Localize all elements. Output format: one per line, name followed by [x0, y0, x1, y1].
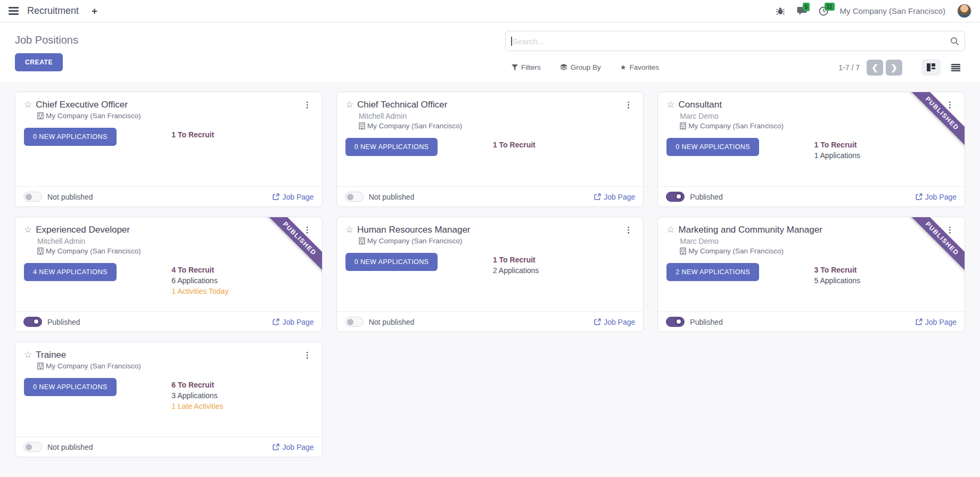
publish-toggle[interactable]	[23, 317, 42, 327]
company-switcher[interactable]: My Company (San Francisco)	[840, 6, 945, 15]
kebab-menu-icon[interactable]: ⋮	[301, 100, 314, 110]
building-icon	[37, 363, 44, 369]
recruiter-name: Marc Demo	[680, 112, 956, 120]
job-title[interactable]: Experienced Developer	[36, 225, 130, 235]
pager-previous-button[interactable]: ❮	[867, 60, 883, 76]
job-position-card[interactable]: ☆ Chief Technical Officer ⋮ Mitchell Adm…	[336, 92, 644, 207]
publish-status-label: Published	[47, 318, 80, 326]
new-applications-button[interactable]: 0 NEW APPLICATIONS	[345, 253, 438, 271]
text-caret	[511, 37, 512, 46]
top-navbar: Recruitment + 5 11	[0, 0, 980, 22]
publish-toggle[interactable]	[23, 192, 42, 202]
kanban-view-button[interactable]	[921, 59, 941, 76]
create-button[interactable]: CREATE	[15, 53, 63, 71]
publish-status-label: Not published	[369, 318, 415, 326]
publish-toggle[interactable]	[666, 317, 685, 327]
recruiter-name: Mitchell Admin	[359, 112, 635, 120]
search-icon[interactable]	[950, 37, 959, 46]
job-title[interactable]: Chief Technical Officer	[357, 100, 447, 110]
plus-icon[interactable]: +	[92, 6, 97, 16]
favorites-label: Favorites	[630, 63, 660, 71]
group-by-button[interactable]: Group By	[560, 63, 601, 71]
job-title[interactable]: Consultant	[679, 100, 722, 110]
new-applications-button[interactable]: 0 NEW APPLICATIONS	[345, 138, 438, 156]
new-applications-button[interactable]: 0 NEW APPLICATIONS	[666, 138, 759, 156]
activities-count-badge: 11	[825, 3, 835, 11]
applications-count[interactable]: 2 Applications	[493, 265, 539, 276]
user-avatar[interactable]	[957, 4, 971, 18]
filters-label: Filters	[521, 63, 541, 71]
new-applications-button[interactable]: 0 NEW APPLICATIONS	[24, 128, 117, 146]
to-recruit-count[interactable]: 1 To Recruit	[493, 139, 536, 150]
applications-count[interactable]: 5 Applications	[814, 275, 860, 286]
pager-next-button[interactable]: ❯	[886, 60, 902, 76]
to-recruit-count[interactable]: 4 To Recruit	[171, 265, 228, 275]
job-title[interactable]: Trainee	[36, 350, 66, 360]
job-title[interactable]: Human Resources Manager	[357, 225, 471, 235]
to-recruit-count[interactable]: 3 To Recruit	[814, 265, 860, 275]
job-position-card[interactable]: PUBLISHED ☆ Consultant ⋮ Marc Demo	[657, 92, 965, 207]
activities-systray[interactable]: 11	[819, 6, 828, 16]
applications-count[interactable]: 1 Applications	[814, 150, 860, 161]
applications-count[interactable]: 3 Applications	[171, 390, 223, 401]
job-page-link[interactable]: Job Page	[594, 318, 635, 326]
favorite-star-icon[interactable]: ☆	[24, 225, 32, 235]
publish-toggle[interactable]	[666, 192, 685, 202]
publish-toggle[interactable]	[23, 442, 42, 452]
favorite-star-icon[interactable]: ☆	[666, 225, 674, 235]
job-title[interactable]: Chief Executive Officer	[36, 100, 128, 110]
messages-systray[interactable]: 5	[797, 6, 807, 15]
publish-toggle[interactable]	[345, 192, 364, 202]
external-link-icon	[916, 318, 923, 325]
apps-menu-icon[interactable]	[9, 7, 19, 15]
pager-range: 1-7 / 7	[838, 63, 860, 72]
favorites-button[interactable]: ★ Favorites	[620, 63, 659, 71]
debug-bug-icon[interactable]	[776, 7, 785, 15]
new-applications-button[interactable]: 0 NEW APPLICATIONS	[24, 378, 117, 396]
star-icon: ★	[620, 64, 627, 71]
company-name: My Company (San Francisco)	[367, 237, 463, 245]
list-view-icon	[951, 64, 960, 71]
to-recruit-count[interactable]: 6 To Recruit	[171, 380, 223, 390]
to-recruit-count[interactable]: 1 To Recruit	[171, 129, 214, 140]
job-page-link[interactable]: Job Page	[273, 193, 314, 201]
job-position-card[interactable]: PUBLISHED ☆ Marketing and Community Mana…	[657, 217, 965, 332]
job-page-link[interactable]: Job Page	[594, 193, 635, 201]
job-page-label: Job Page	[604, 318, 635, 326]
building-icon	[680, 122, 686, 129]
kebab-menu-icon[interactable]: ⋮	[622, 100, 635, 110]
new-applications-button[interactable]: 4 NEW APPLICATIONS	[24, 263, 117, 281]
job-page-link[interactable]: Job Page	[273, 318, 314, 326]
job-page-link[interactable]: Job Page	[916, 318, 957, 326]
external-link-icon	[273, 193, 279, 200]
filters-button[interactable]: Filters	[512, 63, 541, 71]
job-page-link[interactable]: Job Page	[273, 443, 314, 451]
kanban-grid: ☆ Chief Executive Officer ⋮ My Compa	[0, 82, 980, 472]
job-position-card[interactable]: PUBLISHED ☆ Experienced Developer ⋮ Mitc…	[15, 217, 323, 332]
messages-count-badge: 5	[803, 3, 810, 11]
favorite-star-icon[interactable]: ☆	[24, 350, 32, 360]
kebab-menu-icon[interactable]: ⋮	[301, 350, 314, 360]
search-box[interactable]	[505, 31, 965, 51]
new-applications-button[interactable]: 2 NEW APPLICATIONS	[666, 263, 759, 281]
app-name[interactable]: Recruitment	[27, 5, 79, 17]
applications-count[interactable]: 6 Applications	[171, 275, 228, 286]
activity-status[interactable]: 1 Late Activities	[171, 401, 223, 412]
job-position-card[interactable]: ☆ Trainee ⋮ My Company (San Francisc	[15, 342, 323, 457]
to-recruit-count[interactable]: 1 To Recruit	[814, 139, 860, 150]
building-icon	[359, 122, 365, 129]
favorite-star-icon[interactable]: ☆	[24, 100, 32, 110]
favorite-star-icon[interactable]: ☆	[666, 100, 674, 110]
publish-toggle[interactable]	[345, 317, 364, 327]
activity-status[interactable]: 1 Activities Today	[171, 286, 228, 297]
job-title[interactable]: Marketing and Community Manager	[679, 225, 822, 235]
list-view-button[interactable]	[946, 59, 965, 76]
search-input[interactable]	[513, 37, 950, 46]
to-recruit-count[interactable]: 1 To Recruit	[493, 254, 539, 265]
job-position-card[interactable]: ☆ Human Resources Manager ⋮ My Compa	[336, 217, 644, 332]
kebab-menu-icon[interactable]: ⋮	[622, 225, 635, 235]
job-position-card[interactable]: ☆ Chief Executive Officer ⋮ My Compa	[15, 92, 323, 207]
favorite-star-icon[interactable]: ☆	[345, 225, 353, 235]
favorite-star-icon[interactable]: ☆	[345, 100, 353, 110]
job-page-link[interactable]: Job Page	[916, 193, 957, 201]
